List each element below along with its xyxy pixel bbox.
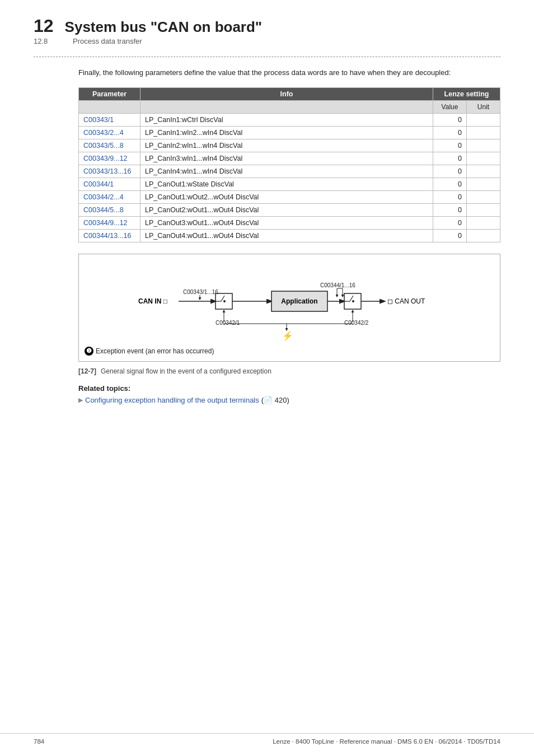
page-number: 784	[34, 738, 44, 745]
c00342-1-label: C00342/1	[216, 320, 240, 326]
table-row: C00344/13...16 LP_CanOut4:wOut1...wOut4 …	[79, 229, 500, 242]
table-row: C00343/9...12 LP_CanIn3:wIn1...wIn4 Disc…	[79, 152, 500, 165]
info-cell: LP_CanIn3:wIn1...wIn4 DiscVal	[140, 152, 433, 165]
chapter-title: System bus "CAN on board"	[65, 18, 263, 36]
param-link[interactable]: C00343/9...12	[83, 155, 128, 162]
page-footer: 784 Lenze · 8400 TopLine · Reference man…	[0, 733, 534, 745]
section-divider	[34, 57, 500, 57]
info-cell: LP_CanOut4:wOut1...wOut4 DiscVal	[140, 229, 433, 242]
col-header-lenze-setting: Lenze setting	[433, 87, 500, 100]
page: 12 System bus "CAN on board" 12.8 Proces…	[0, 0, 534, 438]
unit-cell	[467, 139, 500, 152]
param-link[interactable]: C00343/1	[83, 116, 114, 124]
signal-flow-diagram: CAN IN □ C00343/1...16 Application	[133, 263, 446, 344]
value-cell: 0	[433, 139, 467, 152]
main-content: Finally, the following parameters define…	[78, 67, 500, 404]
table-subheader-row: Value Unit	[79, 100, 500, 113]
unit-cell	[467, 203, 500, 216]
exception-text: Exception event (an error has occurred)	[96, 347, 214, 355]
value-cell: 0	[433, 126, 467, 139]
param-link[interactable]: C00343/2...4	[83, 129, 124, 137]
info-cell: LP_CanOut3:wOut1...wOut4 DiscVal	[140, 216, 433, 229]
table-header-row: Parameter Info Lenze setting	[79, 87, 500, 100]
c00342-2-label: C00342/2	[344, 320, 369, 326]
error-symbol: ⚡	[282, 330, 293, 341]
param-cell: C00343/13...16	[79, 165, 140, 178]
param-cell: C00343/2...4	[79, 126, 140, 139]
col-header-info: Info	[140, 87, 433, 100]
info-cell: LP_CanIn2:wIn1...wIn4 DiscVal	[140, 139, 433, 152]
table-row: C00343/1 LP_CanIn1:wCtrl DiscVal 0	[79, 113, 500, 126]
bullet-arrow-icon: ▶	[78, 396, 83, 404]
value-cell: 0	[433, 178, 467, 190]
col-subheader-unit: Unit	[467, 100, 500, 113]
table-row: C00343/2...4 LP_CanIn1:wIn2...wIn4 DiscV…	[79, 126, 500, 139]
switch-dot-l	[223, 300, 226, 302]
info-cell: LP_CanOut2:wOut1...wOut4 DiscVal	[140, 203, 433, 216]
param-link[interactable]: C00344/2...4	[83, 193, 124, 201]
unit-cell	[467, 165, 500, 178]
application-label: Application	[281, 297, 317, 305]
caption-text: General signal flow in the event of a co…	[101, 367, 271, 375]
chapter-number: 12	[34, 17, 54, 35]
param-cell: C00343/9...12	[79, 152, 140, 165]
unit-cell	[467, 113, 500, 126]
info-cell: LP_CanOut1:wState DiscVal	[140, 178, 433, 190]
sub-number: 12.8	[34, 37, 62, 45]
param-cell: C00344/1	[79, 178, 140, 190]
info-cell: LP_CanIn1:wIn2...wIn4 DiscVal	[140, 126, 433, 139]
value-cell: 0	[433, 113, 467, 126]
related-link-0[interactable]: Configuring exception handling of the ou…	[85, 396, 259, 404]
chapter-header: 12 System bus "CAN on board"	[34, 17, 500, 36]
col-subheader-info	[140, 100, 433, 113]
table-row: C00344/9...12 LP_CanOut3:wOut1...wOut4 D…	[79, 216, 500, 229]
param-link[interactable]: C00344/5...8	[83, 206, 124, 214]
parameters-table: Parameter Info Lenze setting Value Unit …	[78, 87, 500, 242]
table-body: C00343/1 LP_CanIn1:wCtrl DiscVal 0 C0034…	[79, 113, 500, 242]
unit-cell	[467, 126, 500, 139]
col-subheader-param	[79, 100, 140, 113]
param-link[interactable]: C00344/9...12	[83, 219, 128, 227]
related-topics-title: Related topics:	[78, 384, 500, 393]
can-out-label: ◻ CAN OUT	[387, 297, 425, 305]
col-subheader-value: Value	[433, 100, 467, 113]
unit-cell	[467, 152, 500, 165]
table-row: C00344/1 LP_CanOut1:wState DiscVal 0	[79, 178, 500, 190]
c00344-label: C00344/1...16	[320, 282, 355, 288]
switch-dot-r	[352, 300, 354, 302]
param-link[interactable]: C00343/5...8	[83, 142, 124, 150]
info-cell: LP_CanIn1:wCtrl DiscVal	[140, 113, 433, 126]
intro-text: Finally, the following parameters define…	[78, 67, 500, 78]
exception-note: ❶ Exception event (an error has occurred…	[85, 347, 494, 356]
related-topics-section: Related topics: ▶ Configuring exception …	[78, 384, 500, 404]
unit-cell	[467, 178, 500, 190]
value-cell: 0	[433, 229, 467, 242]
col-header-parameter: Parameter	[79, 87, 140, 100]
value-cell: 0	[433, 203, 467, 216]
param-link[interactable]: C00344/1	[83, 180, 114, 188]
info-cell: LP_CanIn4:wIn1...wIn4 DiscVal	[140, 165, 433, 178]
diagram-box: CAN IN □ C00343/1...16 Application	[78, 254, 500, 362]
c00343-label: C00343/1...16	[183, 289, 218, 295]
param-cell: C00344/9...12	[79, 216, 140, 229]
unit-cell	[467, 229, 500, 242]
param-cell: C00343/5...8	[79, 139, 140, 152]
table-row: C00343/13...16 LP_CanIn4:wIn1...wIn4 Dis…	[79, 165, 500, 178]
param-cell: C00344/13...16	[79, 229, 140, 242]
unit-cell	[467, 216, 500, 229]
sub-title: Process data transfer	[73, 37, 142, 45]
value-cell: 0	[433, 190, 467, 203]
table-row: C00343/5...8 LP_CanIn2:wIn1...wIn4 DiscV…	[79, 139, 500, 152]
unit-cell	[467, 190, 500, 203]
caption-label: [12-7]	[78, 367, 96, 375]
param-cell: C00343/1	[79, 113, 140, 126]
param-link[interactable]: C00344/13...16	[83, 232, 132, 240]
related-page-ref: (📄 420)	[261, 396, 289, 404]
param-link[interactable]: C00343/13...16	[83, 167, 132, 175]
figure-caption: [12-7] General signal flow in the event …	[78, 367, 500, 375]
related-item-0: ▶ Configuring exception handling of the …	[78, 396, 500, 404]
exception-icon: ❶	[85, 347, 93, 356]
table-row: C00344/2...4 LP_CanOut1:wOut2...wOut4 Di…	[79, 190, 500, 203]
table-row: C00344/5...8 LP_CanOut2:wOut1...wOut4 Di…	[79, 203, 500, 216]
sub-section: 12.8 Process data transfer	[34, 37, 500, 45]
